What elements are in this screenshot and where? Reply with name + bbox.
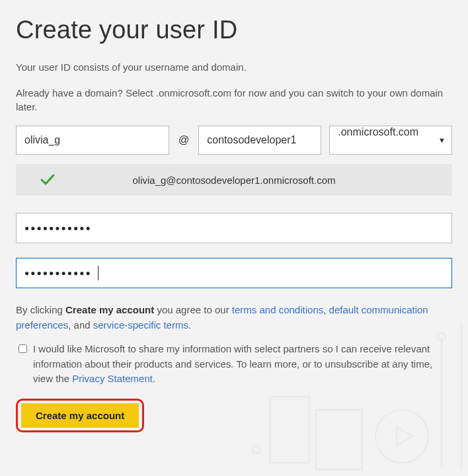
service-specific-terms-link[interactable]: service-specific terms xyxy=(93,319,188,331)
confirm-password-wrap xyxy=(16,258,452,288)
at-separator: @ xyxy=(177,134,190,146)
username-input[interactable] xyxy=(16,126,169,155)
userid-row: @ .onmicrosoft.com ▼ xyxy=(16,126,452,155)
create-account-button[interactable]: Create my account xyxy=(21,403,139,428)
userid-confirmation-row: olivia_g@contosodeveloper1.onmicrosoft.c… xyxy=(16,164,452,196)
page-title: Create your user ID xyxy=(16,16,452,44)
svg-rect-0 xyxy=(270,397,309,463)
checkmark-icon xyxy=(40,172,56,188)
svg-rect-5 xyxy=(253,446,260,453)
privacy-statement-link[interactable]: Privacy Statement xyxy=(72,373,153,384)
svg-point-4 xyxy=(438,333,446,341)
terms-and-conditions-link[interactable]: terms and conditions xyxy=(232,304,323,315)
share-info-checkbox[interactable] xyxy=(19,344,27,353)
intro-text-1: Your user ID consists of your username a… xyxy=(16,60,452,74)
intro-text-2: Already have a domain? Select .onmicroso… xyxy=(16,86,452,114)
consent-row: I would like Microsoft to share my infor… xyxy=(16,342,452,387)
decorative-background xyxy=(243,317,468,476)
svg-point-2 xyxy=(375,410,428,463)
confirm-password-input[interactable] xyxy=(16,258,452,288)
svg-marker-3 xyxy=(397,427,412,446)
password-wrap xyxy=(16,213,452,243)
tld-select[interactable]: .onmicrosoft.com xyxy=(329,126,452,155)
tld-select-wrap: .onmicrosoft.com ▼ xyxy=(329,126,452,155)
terms-text: By clicking Create my account you agree … xyxy=(16,303,452,333)
userid-confirmation-text: olivia_g@contosodeveloper1.onmicrosoft.c… xyxy=(16,175,452,186)
cta-highlight: Create my account xyxy=(16,399,144,432)
tenant-input[interactable] xyxy=(198,126,321,155)
svg-rect-1 xyxy=(316,410,362,469)
password-input[interactable] xyxy=(16,213,452,243)
